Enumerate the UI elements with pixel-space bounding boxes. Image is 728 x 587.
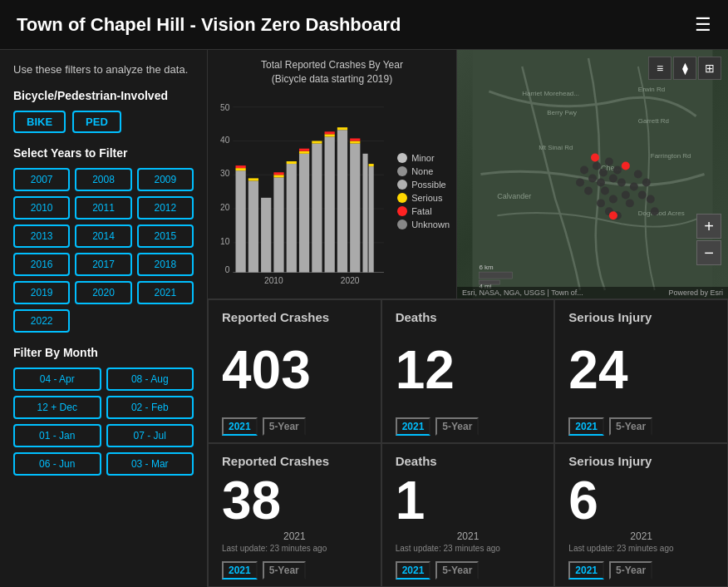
- map-layers-button[interactable]: ⧫: [673, 57, 696, 80]
- stat-tabs-4: 2021 5-Year: [396, 561, 541, 580]
- stat-label-5: Serious Injury: [568, 454, 714, 468]
- stat-tab1-1[interactable]: 2021: [396, 417, 431, 436]
- svg-text:10: 10: [220, 237, 230, 246]
- year-button-2008[interactable]: 2008: [75, 168, 131, 191]
- stats-grid: Reported Crashes403 2021 5-Year Deaths12…: [208, 299, 728, 587]
- svg-point-62: [584, 186, 593, 195]
- stat-label-4: Deaths: [396, 454, 541, 468]
- year-button-2007[interactable]: 2007: [13, 168, 70, 191]
- year-button-2022[interactable]: 2022: [13, 309, 70, 333]
- svg-text:Calvander: Calvander: [497, 192, 531, 200]
- stat-tab1-5[interactable]: 2021: [568, 561, 604, 580]
- month-button-02---Feb[interactable]: 02 - Feb: [106, 396, 194, 419]
- year-button-2012[interactable]: 2012: [137, 196, 194, 220]
- svg-point-53: [605, 158, 613, 166]
- map-toolbar: ≡ ⧫ ⊞: [648, 57, 721, 80]
- svg-point-52: [599, 169, 607, 177]
- legend-dot-possible: [397, 180, 407, 190]
- stat-card-2: Serious Injury24 2021 5-Year: [554, 299, 728, 443]
- ped-button[interactable]: PED: [72, 111, 121, 133]
- year-button-2019[interactable]: 2019: [13, 281, 70, 304]
- month-button-06---Jun[interactable]: 06 - Jun: [13, 452, 101, 476]
- stat-card-3: Reported Crashes382021Last update: 23 mi…: [208, 443, 381, 587]
- svg-text:Farrington Rd: Farrington Rd: [651, 152, 691, 160]
- zoom-in-button[interactable]: +: [696, 214, 721, 239]
- stat-year-5: 2021: [568, 530, 714, 542]
- stat-tab2-3[interactable]: 5-Year: [263, 561, 306, 580]
- year-button-2018[interactable]: 2018: [137, 253, 194, 276]
- svg-point-63: [597, 199, 605, 207]
- year-button-2010[interactable]: 2010: [13, 196, 70, 220]
- stat-tab2-0[interactable]: 5-Year: [263, 417, 306, 436]
- bike-button[interactable]: BIKE: [13, 111, 66, 133]
- year-button-2013[interactable]: 2013: [13, 224, 70, 248]
- svg-point-57: [601, 186, 609, 195]
- svg-text:Berry Fwy: Berry Fwy: [547, 109, 577, 116]
- svg-rect-35: [350, 138, 360, 141]
- month-button-07---Jul[interactable]: 07 - Jul: [106, 424, 194, 447]
- stat-tab1-2[interactable]: 2021: [568, 417, 604, 436]
- top-row: Total Reported Crashes By Year (Bicycle …: [208, 50, 728, 299]
- svg-text:40: 40: [220, 135, 230, 144]
- chart-legend: MinorNonePossibleSeriousFatalUnknown: [392, 91, 450, 292]
- month-button-03---Mar[interactable]: 03 - Mar: [106, 452, 194, 476]
- svg-point-66: [626, 199, 634, 207]
- svg-point-75: [591, 154, 599, 162]
- stat-label-0: Reported Crashes: [222, 310, 367, 324]
- stat-number-3: 38: [222, 470, 367, 530]
- stat-label-3: Reported Crashes: [222, 454, 367, 468]
- stat-tab1-4[interactable]: 2021: [396, 561, 431, 580]
- stat-tab2-2[interactable]: 5-Year: [609, 417, 652, 436]
- svg-text:2010: 2010: [264, 275, 283, 284]
- attribution-left: Esri, NASA, NGA, USGS | Town of...: [462, 289, 583, 297]
- legend-item-serious: Serious: [397, 193, 450, 203]
- svg-rect-17: [261, 197, 271, 272]
- stat-update-3: Last update: 23 minutes ago: [222, 544, 367, 553]
- svg-rect-26: [312, 143, 322, 272]
- svg-text:2020: 2020: [341, 275, 360, 284]
- chart-title: Total Reported Crashes By Year (Bicycle …: [214, 58, 450, 86]
- chart-body: 50 40 30 20 10 0: [214, 91, 450, 292]
- legend-label-none: None: [411, 166, 433, 176]
- svg-rect-22: [287, 161, 297, 164]
- svg-text:Dogwood Acres: Dogwood Acres: [638, 210, 685, 217]
- stat-tab1-0[interactable]: 2021: [222, 417, 258, 436]
- year-button-2011[interactable]: 2011: [75, 196, 131, 220]
- svg-point-74: [576, 178, 584, 186]
- stat-tab2-4[interactable]: 5-Year: [435, 561, 479, 580]
- svg-rect-18: [273, 177, 283, 272]
- year-button-2017[interactable]: 2017: [75, 253, 131, 276]
- bar-chart-svg: 50 40 30 20 10 0: [214, 91, 392, 292]
- map-placeholder: Calvander Mt Sinai Rd Erwin Rd Dogwood A…: [457, 50, 728, 298]
- menu-icon[interactable]: ☰: [695, 14, 711, 36]
- year-button-2016[interactable]: 2016: [13, 253, 70, 276]
- month-button-04---Apr[interactable]: 04 - Apr: [13, 367, 101, 391]
- month-button-08---Aug[interactable]: 08 - Aug: [106, 367, 194, 391]
- svg-text:Erwin Rd: Erwin Rd: [638, 86, 665, 93]
- stat-number-5: 6: [568, 470, 714, 530]
- svg-point-54: [609, 175, 617, 183]
- year-button-2021[interactable]: 2021: [137, 281, 194, 304]
- svg-point-77: [609, 211, 617, 220]
- svg-point-51: [593, 162, 601, 170]
- map-grid-button[interactable]: ⊞: [698, 57, 721, 80]
- svg-rect-37: [369, 166, 374, 272]
- year-button-2014[interactable]: 2014: [75, 224, 131, 248]
- year-button-2015[interactable]: 2015: [137, 224, 194, 248]
- stat-card-4: Deaths12021Last update: 23 minutes ago 2…: [381, 443, 555, 587]
- stat-tab1-3[interactable]: 2021: [222, 561, 258, 580]
- svg-point-70: [638, 190, 647, 199]
- stat-tab2-5[interactable]: 5-Year: [609, 561, 652, 580]
- zoom-out-button[interactable]: −: [696, 240, 721, 265]
- map-list-view-button[interactable]: ≡: [648, 57, 671, 80]
- svg-rect-16: [248, 178, 258, 180]
- month-button-01---Jan[interactable]: 01 - Jan: [13, 424, 101, 447]
- year-button-2020[interactable]: 2020: [75, 281, 131, 304]
- stat-tab2-1[interactable]: 5-Year: [435, 417, 479, 436]
- svg-rect-38: [369, 164, 374, 166]
- year-button-2009[interactable]: 2009: [137, 168, 194, 191]
- svg-rect-28: [325, 136, 335, 272]
- month-button-12-+-Dec[interactable]: 12 + Dec: [13, 396, 101, 419]
- bicycle-pedestrian-label: Bicycle/Pedestrian-Involved: [13, 89, 194, 102]
- chart-area: Total Reported Crashes By Year (Bicycle …: [208, 50, 457, 298]
